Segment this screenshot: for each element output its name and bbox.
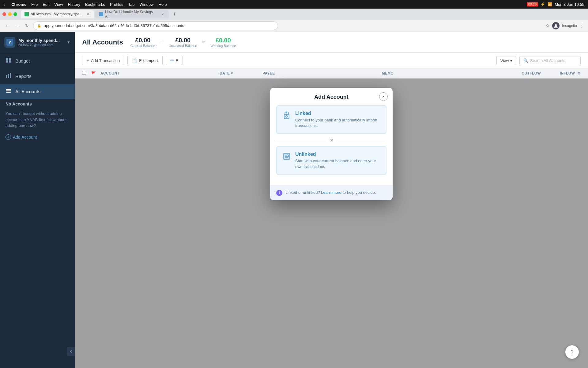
modal-footer: i Linked or unlinked? Learn more to help… <box>270 185 393 200</box>
datetime: Mon 3 Jan 10:55 <box>555 2 584 7</box>
sidebar-reports-label: Reports <box>15 74 32 79</box>
minimize-window-button[interactable] <box>8 12 12 16</box>
apple-logo-icon:  <box>4 2 5 7</box>
sidebar-budget-name: My monthly spend... <box>18 38 60 43</box>
file-import-button[interactable]: 📄 File Import <box>127 56 162 65</box>
menu-profiles[interactable]: Profiles <box>110 2 123 7</box>
learn-more-link[interactable]: Learn more <box>321 190 341 195</box>
tab-favicon-2 <box>99 12 103 16</box>
back-button[interactable]: ← <box>4 22 11 29</box>
sidebar-collapse-button[interactable] <box>67 347 75 356</box>
menu-help[interactable]: Help <box>159 2 167 7</box>
sidebar-item-all-accounts[interactable]: All Accounts <box>0 84 75 99</box>
bookmark-star-icon[interactable]: ☆ <box>545 23 550 29</box>
working-balance-label: Working Balance <box>210 44 236 48</box>
sidebar-accounts-label: All Accounts <box>15 89 40 94</box>
linked-option-text: Linked Connect to your bank and automati… <box>295 111 380 128</box>
select-all-checkbox[interactable] <box>82 71 86 75</box>
help-button[interactable]: ? <box>565 345 579 359</box>
inflow-settings-icon[interactable]: ⚙ <box>577 71 581 75</box>
svg-rect-4 <box>9 58 11 60</box>
sidebar-item-reports[interactable]: Reports <box>0 68 75 84</box>
add-transaction-icon: + <box>87 58 89 63</box>
menu-bookmarks[interactable]: Bookmarks <box>85 2 105 7</box>
profile-button[interactable] <box>552 22 560 29</box>
col-account-header: ACCOUNT <box>100 71 220 75</box>
add-circle-icon: + <box>6 134 11 140</box>
svg-rect-11 <box>6 90 11 91</box>
menu-window[interactable]: Window <box>139 2 153 7</box>
sidebar-budget-label: Budget <box>15 58 30 63</box>
info-icon: i <box>276 190 282 196</box>
unlinked-icon <box>282 152 291 163</box>
url-text: app.youneedabudget.com/3a8bbdae-d62a-46d… <box>44 23 184 28</box>
col-inflow-header: INFLOW ⚙ <box>541 71 581 75</box>
uncleared-balance-amount: £0.00 <box>169 37 197 44</box>
add-transaction-button[interactable]: + Add Transaction <box>82 56 124 65</box>
tab-close-button-2[interactable]: ✕ <box>160 12 165 17</box>
svg-point-14 <box>286 115 287 116</box>
sidebar: Y My monthly spend... 5d485270@uifeed.co… <box>0 32 75 368</box>
menu-edit[interactable]: Edit <box>43 2 49 7</box>
chrome-toolbar-right: ☆ Incognito ⋮ <box>545 22 584 29</box>
svg-rect-6 <box>9 60 11 63</box>
modal-body: Linked Connect to your bank and automati… <box>270 105 393 182</box>
sidebar-dropdown-icon[interactable]: ▼ <box>67 40 70 44</box>
close-window-button[interactable] <box>2 12 6 16</box>
plus-operator: + <box>160 39 164 46</box>
tab-savings[interactable]: How Do I Handle My Savings A... ✕ <box>95 10 169 18</box>
chrome-titlebar: All Accounts | My monthly spe... ✕ How D… <box>0 9 588 20</box>
add-account-modal: Add Account × <box>270 88 393 200</box>
sidebar-budget-info: My monthly spend... 5d485270@uifeed.com <box>18 38 60 47</box>
power-icon: ⚡ <box>541 2 545 6</box>
svg-rect-9 <box>10 73 11 78</box>
svg-rect-7 <box>6 75 7 78</box>
unlinked-account-option[interactable]: Unlinked Start with your current balance… <box>276 146 386 175</box>
reload-button[interactable]: ↻ <box>23 22 31 29</box>
menu-history[interactable]: History <box>68 2 80 7</box>
page-title: All Accounts <box>82 38 123 46</box>
working-balance-amount: £0.00 <box>210 37 236 44</box>
cleared-balance: £0.00 Cleared Balance <box>130 37 155 48</box>
uncleared-balance-label: Uncleared Balance <box>169 44 197 48</box>
col-memo-header: MEMO <box>382 71 501 75</box>
traffic-lights <box>2 12 17 16</box>
tab-close-button-1[interactable]: ✕ <box>85 12 90 17</box>
menu-view[interactable]: View <box>55 2 63 7</box>
address-bar[interactable]: 🔒 app.youneedabudget.com/3a8bbdae-d62a-4… <box>33 21 278 30</box>
svg-rect-3 <box>6 58 8 60</box>
col-date-header[interactable]: DATE ▾ <box>220 71 262 75</box>
add-account-sidebar-button[interactable]: + Add Account <box>6 134 69 140</box>
working-balance: £0.00 Working Balance <box>210 37 236 48</box>
tab-label-1: All Accounts | My monthly spe... <box>31 12 82 16</box>
linked-account-option[interactable]: Linked Connect to your bank and automati… <box>276 105 386 134</box>
cleared-balance-amount: £0.00 <box>130 37 155 44</box>
search-accounts-input[interactable]: 🔍 Search All Accounts <box>519 56 581 65</box>
menu-file[interactable]: File <box>31 2 38 7</box>
accounts-icon <box>6 88 12 95</box>
edit-button[interactable]: ✏ E <box>166 56 183 65</box>
reports-icon <box>6 73 12 79</box>
forward-button[interactable]: → <box>13 22 21 29</box>
sidebar-header[interactable]: Y My monthly spend... 5d485270@uifeed.co… <box>0 32 75 53</box>
new-tab-button[interactable]: + <box>170 10 179 18</box>
view-button[interactable]: View ▾ <box>496 56 516 65</box>
no-accounts-message: You can't budget without adding accounts… <box>0 108 75 131</box>
modal-close-button[interactable]: × <box>379 92 388 101</box>
or-divider: or <box>276 138 386 142</box>
footer-text: Linked or unlinked? Learn more to help y… <box>285 190 376 196</box>
col-checkbox <box>82 71 91 76</box>
menu-tab[interactable]: Tab <box>128 2 134 7</box>
chrome-menu-icon[interactable]: ⋮ <box>579 23 584 29</box>
svg-point-0 <box>555 24 557 26</box>
menu-chrome[interactable]: Chrome <box>11 2 26 7</box>
main-header: All Accounts £0.00 Cleared Balance + £0.… <box>75 32 588 53</box>
equals-operator: = <box>202 39 206 46</box>
toolbar: + Add Transaction 📄 File Import ✏ E View… <box>75 53 588 68</box>
maximize-window-button[interactable] <box>13 12 17 16</box>
sidebar-item-budget[interactable]: Budget <box>0 53 75 68</box>
svg-rect-8 <box>8 74 9 78</box>
tab-all-accounts[interactable]: All Accounts | My monthly spe... ✕ <box>21 10 94 18</box>
svg-rect-5 <box>6 60 8 63</box>
linked-title: Linked <box>295 111 380 116</box>
